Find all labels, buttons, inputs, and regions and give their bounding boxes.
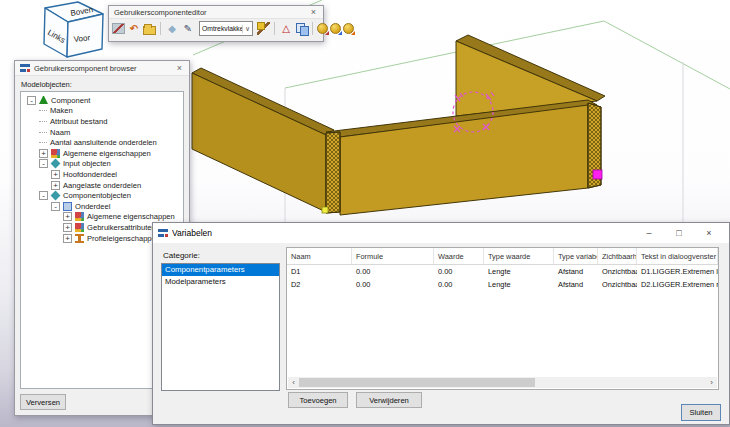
remove-button[interactable]: Verwijderen (356, 392, 422, 408)
input-objects-icon (51, 159, 61, 169)
window-icon (20, 63, 30, 73)
origin-handle-yellow[interactable] (322, 207, 328, 213)
tree-connector (39, 110, 47, 111)
refresh-button[interactable]: Verversen (20, 394, 66, 410)
tree-item-onderdeel[interactable]: - Onderdeel (21, 201, 183, 212)
yellow-ball-2-icon[interactable] (330, 23, 341, 34)
model-objects-label: Modelobjecten: (21, 80, 72, 89)
view-cube[interactable]: Boven Links Voor (38, 0, 108, 66)
tree-item-input-objecten[interactable]: - Input objecten (21, 159, 183, 170)
column-header-type-variabele[interactable]: Type variabele (554, 248, 598, 264)
end-handle-magenta[interactable] (593, 170, 602, 179)
component-objects-icon (51, 191, 61, 201)
browser-titlebar[interactable]: Gebruikerscomponent browser × (15, 61, 189, 76)
user-attributes-icon (75, 223, 84, 232)
profile-properties-icon (75, 234, 84, 243)
window-icon (158, 228, 168, 238)
collapse-icon[interactable]: - (51, 202, 60, 211)
yellow-ball-3-icon[interactable] (343, 23, 354, 34)
horizontal-scrollbar[interactable]: ‹ › (288, 377, 717, 388)
application-window: Boven Links Voor Gebruikerscomponentedit… (0, 0, 730, 427)
component-icon (39, 96, 48, 104)
toolbar-separator (312, 22, 313, 35)
tree-item-maken[interactable]: Maken (21, 106, 183, 117)
expand-icon[interactable]: + (63, 212, 72, 221)
hammer-icon[interactable] (257, 22, 270, 35)
beam-front[interactable] (326, 100, 601, 215)
plane-icon[interactable]: ◆ (165, 22, 179, 36)
component-editor-titlebar[interactable]: Gebruikerscomponenteditor × (109, 6, 323, 19)
tree-item-algemene-eigenschappen[interactable]: + Algemene eigenschappen (21, 148, 183, 159)
expand-icon[interactable]: + (63, 234, 72, 243)
editor-toolbar: ↶ ◆ ✎ Omtrekvlakken ∨ △ (109, 19, 323, 38)
yellow-ball-1-icon[interactable] (317, 23, 328, 34)
category-item-modelparameters[interactable]: Modelparameters (162, 276, 279, 288)
category-item-componentparameters[interactable]: Componentparameters (162, 264, 279, 276)
expand-icon[interactable]: + (39, 149, 48, 158)
collapse-icon[interactable]: - (27, 96, 36, 105)
tree-item-aantal-aansluitende-onderdelen[interactable]: Aantal aansluitende onderdelen (21, 137, 183, 148)
tree-item-hoofdonderdeel[interactable]: + Hoofdonderdeel (21, 169, 183, 180)
part-icon (63, 202, 72, 211)
scroll-left-icon[interactable]: ‹ (288, 377, 299, 388)
beam-left[interactable] (192, 68, 334, 212)
collapse-icon[interactable]: - (39, 159, 48, 168)
browser-title: Gebruikerscomponent browser (34, 64, 171, 73)
column-header-waarde[interactable]: Waarde (434, 248, 484, 264)
toolbar-separator (274, 22, 275, 35)
chevron-down-icon[interactable]: ∨ (242, 25, 252, 33)
column-header-type-waarde[interactable]: Type waarde (484, 248, 554, 264)
toolbar-separator (160, 22, 161, 35)
column-header-formule[interactable]: Formule (352, 248, 434, 264)
table-header-row: Naam Formule Waarde Type waarde Type var… (287, 248, 718, 265)
maximize-icon[interactable]: □ (664, 228, 694, 238)
add-button[interactable]: Toevoegen (288, 392, 348, 408)
toolbar-title: Gebruikerscomponenteditor (114, 8, 305, 17)
tree-connector (39, 121, 47, 122)
close-icon[interactable]: × (175, 64, 184, 73)
face-type-select[interactable]: Omtrekvlakken ∨ (199, 21, 253, 36)
scrollbar-thumb[interactable] (299, 378, 535, 387)
variables-titlebar[interactable]: Variabelen – □ × (153, 223, 729, 243)
tree-item-componentobjecten[interactable]: - Componentobjecten (21, 190, 183, 201)
column-header-zichtbaarheid[interactable]: Zichtbaarheid (598, 248, 637, 264)
properties-icon (51, 149, 60, 158)
copy-pages-icon[interactable] (295, 22, 308, 35)
tree-item-component[interactable]: - Component (21, 95, 183, 106)
close-icon[interactable]: × (309, 8, 318, 17)
saw-bench-icon[interactable] (112, 23, 125, 34)
tree-connector (39, 132, 47, 133)
pencil-icon[interactable]: ✎ (181, 22, 195, 36)
expand-icon[interactable]: + (63, 223, 72, 232)
tree-item-onderdeel-algemene-eigenschappen[interactable]: + Algemene eigenschappen (21, 212, 183, 223)
category-label: Categorie: (163, 251, 200, 260)
expand-icon[interactable]: + (51, 181, 60, 190)
properties-icon (75, 212, 84, 221)
close-icon[interactable]: × (694, 228, 724, 238)
component-editor-toolbar-window: Gebruikerscomponenteditor × ↶ ◆ ✎ Omtrek… (108, 5, 324, 42)
view-cube-front-label: Voor (73, 33, 91, 44)
variables-table: Naam Formule Waarde Type waarde Type var… (286, 247, 719, 390)
expand-icon[interactable]: + (51, 170, 60, 179)
mesh-icon[interactable]: △ (279, 22, 293, 36)
tree-connector (39, 142, 47, 143)
table-row-d2[interactable]: D2 0.00 0.00 Lengte Afstand Onzichtbaar … (287, 278, 718, 291)
scroll-right-icon[interactable]: › (706, 377, 717, 388)
minimize-icon[interactable]: – (634, 228, 664, 238)
tree-item-aangelaste-onderdelen[interactable]: + Aangelaste onderdelen (21, 180, 183, 191)
variables-title: Variabelen (172, 228, 630, 238)
collapse-icon[interactable]: - (39, 191, 48, 200)
category-list: Componentparameters Modelparameters (161, 263, 280, 391)
pick-icon[interactable]: ↶ (127, 22, 141, 36)
variables-dialog: Variabelen – □ × Categorie: Componentpar… (152, 222, 730, 425)
column-header-naam[interactable]: Naam (287, 248, 352, 264)
face-type-value: Omtrekvlakken (200, 25, 242, 32)
tree-item-attribuut-bestand[interactable]: Attribuut bestand (21, 116, 183, 127)
tree-item-naam[interactable]: Naam (21, 127, 183, 138)
close-dialog-button[interactable]: Sluiten (681, 404, 721, 421)
table-row-d1[interactable]: D1 0.00 0.00 Lengte Afstand Onzichtbaar … (287, 265, 718, 278)
save-folder-icon[interactable] (143, 26, 156, 35)
column-header-tekst-in-dialoogvenster[interactable]: Tekst in dialoogvenster (637, 248, 718, 264)
